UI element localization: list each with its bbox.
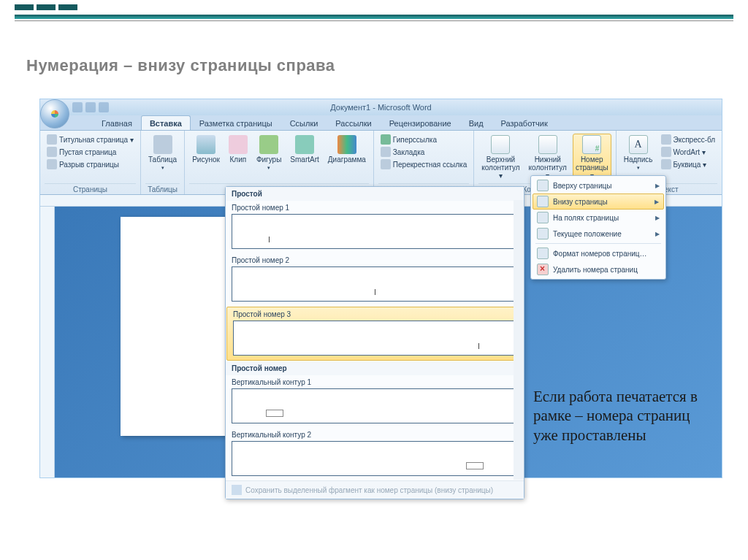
submenu-remove-numbers[interactable]: Удалить номера страниц	[533, 261, 664, 277]
slide-decoration-bar	[0, 0, 748, 15]
tab-mailings[interactable]: Рассылки	[327, 115, 380, 130]
office-button[interactable]	[40, 99, 69, 129]
page-number-button[interactable]: #Номер страницы ▾	[573, 134, 611, 181]
slide-annotation: Если работа печатается в рамке – номера …	[533, 387, 716, 445]
preview-left-icon	[232, 214, 518, 249]
gallery-item-outline-1[interactable]: Вертикальный контур 1	[226, 375, 524, 428]
blank-page-button[interactable]: Пустая страница	[45, 146, 136, 158]
submenu-page-margins[interactable]: На полях страницы▶	[533, 210, 664, 226]
gallery-scrollbar[interactable]	[514, 200, 524, 480]
picture-button[interactable]: Рисунок	[189, 134, 223, 165]
page-number-submenu: Вверху страницы▶ Внизу страницы▶ На поля…	[530, 175, 666, 280]
save-icon	[232, 485, 242, 495]
clip-button[interactable]: Клип	[226, 134, 251, 165]
tab-review[interactable]: Рецензирование	[381, 115, 460, 130]
tab-references[interactable]: Ссылки	[281, 115, 327, 130]
window-title: Документ1 - Microsoft Word	[40, 99, 722, 115]
page-preview	[121, 217, 237, 436]
preview-outline1-icon	[232, 388, 518, 423]
gallery-item-simple-3[interactable]: Простой номер 3	[226, 307, 523, 361]
page-break-button[interactable]: Разрыв страницы	[45, 158, 136, 170]
shapes-button[interactable]: Фигуры▾	[253, 134, 284, 172]
submenu-current-position[interactable]: Текущее положение▶	[533, 226, 664, 242]
slide-thin-rule	[15, 20, 733, 21]
tab-layout[interactable]: Разметка страницы	[191, 115, 281, 130]
submenu-format-numbers[interactable]: Формат номеров страниц…	[533, 245, 664, 261]
tab-insert[interactable]: Вставка	[141, 115, 191, 130]
dropcap-button[interactable]: Буквица ▾	[659, 158, 718, 170]
gallery-save-selection[interactable]: Сохранить выделенный фрагмент как номер …	[226, 480, 524, 499]
quick-access-toolbar[interactable]	[72, 102, 109, 112]
table-button[interactable]: Таблица▾	[145, 134, 180, 172]
header-button[interactable]: Верхний колонтитул ▾	[478, 134, 522, 181]
group-tables: Таблица▾ Таблицы	[141, 131, 185, 194]
wordart-button[interactable]: WordArt ▾	[659, 146, 718, 158]
textbox-button[interactable]: AНадпись▾	[621, 134, 656, 172]
submenu-separator	[535, 243, 661, 244]
footer-button[interactable]: Нижний колонтитул ▾	[526, 134, 570, 181]
slide-title: Нумерация – внизу страницы справа	[26, 56, 748, 75]
chart-button[interactable]: Диаграмма	[325, 134, 369, 165]
group-links: Гиперссылка Закладка Перекрестная ссылка…	[374, 131, 474, 194]
gallery-section-simple-number: Простой номер	[226, 361, 524, 375]
ribbon-tabs: Главная Вставка Разметка страницы Ссылки…	[40, 115, 722, 131]
preview-right-icon	[233, 321, 516, 356]
tab-developer[interactable]: Разработчик	[492, 115, 557, 130]
cover-page-button[interactable]: Титульная страница ▾	[45, 134, 136, 145]
submenu-bottom-of-page[interactable]: Внизу страницы▶	[533, 193, 664, 210]
gallery-item-outline-2[interactable]: Вертикальный контур 2	[226, 428, 524, 480]
hyperlink-button[interactable]: Гиперссылка	[378, 134, 469, 145]
gallery-item-simple-1[interactable]: Простой номер 1	[226, 201, 524, 253]
gallery-item-simple-2[interactable]: Простой номер 2	[226, 253, 524, 306]
page-number-gallery: Простой Простой номер 1 Простой номер 2 …	[225, 186, 524, 499]
smartart-button[interactable]: SmartArt	[287, 134, 321, 165]
left-gutter	[40, 207, 55, 477]
preview-outline2-icon	[232, 441, 518, 476]
slide-rule	[15, 15, 733, 19]
crossref-button[interactable]: Перекрестная ссылка	[378, 158, 469, 170]
tab-home[interactable]: Главная	[93, 115, 141, 130]
group-illustrations: Рисунок Клип Фигуры▾ SmartArt Диаграмма …	[185, 131, 374, 194]
submenu-top-of-page[interactable]: Вверху страницы▶	[533, 177, 664, 193]
preview-center-icon	[232, 266, 518, 302]
bookmark-button[interactable]: Закладка	[378, 146, 469, 158]
gallery-section-simple: Простой	[226, 187, 524, 201]
tab-view[interactable]: Вид	[460, 115, 492, 130]
group-pages: Титульная страница ▾ Пустая страница Раз…	[40, 131, 141, 194]
quickparts-button[interactable]: Экспресс-бл	[659, 134, 718, 145]
